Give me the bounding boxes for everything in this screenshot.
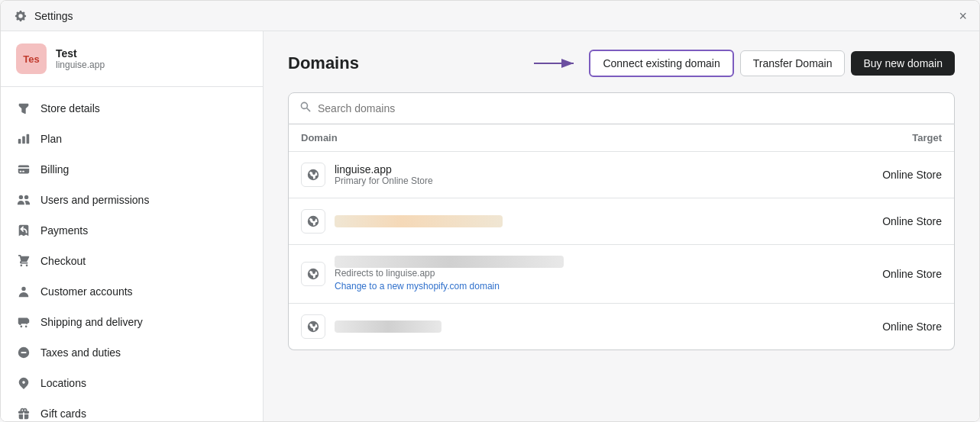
store-domain: linguise.app [56,60,105,70]
domain-globe-icon [301,314,325,339]
domain-globe-icon [301,209,325,234]
domain-globe-icon [301,163,325,187]
search-icon [299,101,312,116]
billing-icon [16,162,31,177]
content-area: Tes Test linguise.app Store details [1,31,979,421]
table-row[interactable]: linguise.app Primary for Online Store On… [289,152,954,198]
change-domain-link[interactable]: Change to a new myshopify.com domain [335,281,500,292]
domain-redirect: Redirects to linguise.app [335,268,564,279]
sidebar-item-customer-accounts[interactable]: Customer accounts [1,276,263,307]
sidebar-item-plan[interactable]: Plan [1,124,263,154]
sidebar-item-label: Payments [40,224,88,237]
blurred-domain-name [335,215,503,227]
sidebar-item-label: Taxes and duties [40,346,121,359]
store-name: Test [56,47,105,60]
taxes-icon [16,345,31,360]
table-row[interactable]: Online Store [289,304,954,350]
gear-icon [13,8,28,24]
checkout-icon [16,253,31,269]
store-avatar: Tes [16,43,47,74]
app-title: Settings [34,10,73,22]
domain-info [335,321,441,333]
gift-icon [16,406,31,421]
title-bar-left: Settings [13,8,73,24]
target-column-header: Target [912,132,942,143]
payments-icon [16,223,31,238]
sidebar-item-checkout[interactable]: Checkout [1,246,263,276]
domain-cell [301,314,835,339]
sidebar: Tes Test linguise.app Store details [1,31,264,421]
domain-cell: Redirects to linguise.app Change to a ne… [301,256,835,292]
domain-info: linguise.app Primary for Online Store [335,163,433,186]
sidebar-item-locations[interactable]: Locations [1,368,263,398]
transfer-domain-button[interactable]: Transfer Domain [740,50,846,76]
sidebar-item-label: Locations [40,377,86,389]
domain-subtitle: Primary for Online Store [335,176,433,186]
store-icon [16,101,31,116]
arrow-indicator [534,56,580,71]
sidebar-item-label: Checkout [40,255,86,267]
page-title: Domains [288,53,359,73]
nav-list: Store details Plan [1,87,263,421]
blurred-domain-name [335,256,564,268]
target-cell: Online Store [835,268,942,280]
table-row[interactable]: Online Store [289,198,954,245]
sidebar-item-taxes[interactable]: Taxes and duties [1,337,263,368]
sidebar-item-store-details[interactable]: Store details [1,93,263,124]
sidebar-item-label: Users and permissions [40,194,149,206]
title-bar: Settings × [1,1,979,31]
plan-icon [16,131,31,147]
page-header: Domains Connect existing [288,50,955,77]
sidebar-item-label: Plan [40,133,62,145]
close-button[interactable]: × [959,9,967,23]
target-cell: Online Store [835,215,942,227]
sidebar-item-shipping[interactable]: Shipping and delivery [1,307,263,337]
connect-existing-domain-button[interactable]: Connect existing domain [589,50,733,77]
sidebar-item-gift-cards[interactable]: Gift cards [1,398,263,421]
header-actions: Connect existing domain Transfer Domain … [534,50,955,77]
domain-cell: linguise.app Primary for Online Store [301,163,835,187]
sidebar-item-billing[interactable]: Billing [1,154,263,185]
search-input[interactable] [318,102,943,114]
shipping-icon [16,314,31,330]
domain-name: linguise.app [335,163,433,176]
blurred-domain-name [335,321,441,333]
domain-info: Redirects to linguise.app Change to a ne… [335,256,564,292]
table-header: Domain Target [289,124,954,152]
sidebar-item-label: Store details [40,102,100,114]
sidebar-item-users-permissions[interactable]: Users and permissions [1,185,263,215]
customer-icon [16,284,31,299]
domains-table: Domain Target linguise.app Primary fo [288,124,955,350]
sidebar-item-label: Gift cards [40,408,86,420]
sidebar-item-label: Billing [40,163,69,176]
buy-new-domain-button[interactable]: Buy new domain [851,51,955,76]
table-row[interactable]: Redirects to linguise.app Change to a ne… [289,245,954,304]
sidebar-item-label: Shipping and delivery [40,316,143,328]
users-icon [16,192,31,208]
search-container [288,92,955,124]
store-info: Test linguise.app [56,47,105,70]
main-content: Domains Connect existing [264,31,979,421]
domain-globe-icon [301,262,325,286]
sidebar-item-label: Customer accounts [40,285,133,298]
domain-cell [301,209,835,234]
arrow-svg [534,56,580,71]
target-cell: Online Store [835,169,942,181]
store-header: Tes Test linguise.app [1,31,263,87]
sidebar-item-payments[interactable]: Payments [1,215,263,246]
location-icon [16,375,31,391]
target-cell: Online Store [835,321,942,333]
app-window: Settings × Tes Test linguise.app [0,0,980,422]
domain-info [335,215,503,227]
domain-column-header: Domain [301,132,338,143]
